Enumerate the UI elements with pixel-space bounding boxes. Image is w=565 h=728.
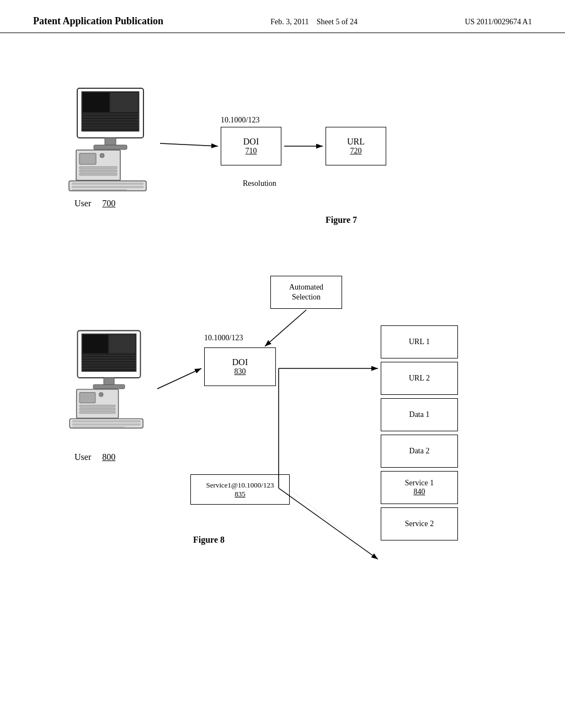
- page-header: Patent Application Publication Feb. 3, 2…: [0, 0, 565, 33]
- figure8-computer: [66, 325, 152, 432]
- patent-number: US 2011/0029674 A1: [465, 15, 532, 26]
- figure8-user-label: User 800: [74, 452, 115, 462]
- svg-rect-43: [79, 408, 115, 410]
- svg-rect-47: [72, 424, 141, 426]
- svg-rect-28: [83, 335, 108, 353]
- svg-rect-12: [94, 145, 127, 149]
- computer-icon: [66, 83, 154, 193]
- figure8-service-number: 835: [234, 490, 246, 498]
- figure7-resolution-label: Resolution: [243, 179, 276, 188]
- svg-rect-16: [79, 167, 117, 169]
- svg-rect-17: [79, 170, 117, 172]
- figure8-auto-selection-label: AutomatedSelection: [289, 282, 323, 302]
- figure7-user-label: User 700: [74, 199, 115, 208]
- figure8-label: Figure 8: [193, 535, 225, 545]
- svg-rect-14: [79, 153, 96, 164]
- svg-rect-44: [79, 411, 115, 414]
- svg-rect-18: [79, 173, 117, 175]
- figure7-section: User 700 10.1000/123 DOI 710 URL 720 Res…: [33, 50, 532, 259]
- figure7-doi-box: DOI 710: [221, 127, 281, 165]
- figure7-label: Figure 7: [326, 215, 357, 225]
- figure7-url-label: URL: [347, 137, 365, 147]
- svg-rect-42: [79, 405, 115, 407]
- figure8-url1-box: URL 1: [381, 325, 458, 358]
- figure8-automated-selection-box: AutomatedSelection: [270, 276, 342, 309]
- svg-line-24: [160, 143, 218, 146]
- figure7-doi-number-label: 710: [246, 147, 257, 155]
- computer8-icon: [66, 325, 152, 430]
- figure7-url-box: URL 720: [326, 127, 386, 165]
- svg-line-55: [290, 489, 378, 559]
- figure8-doi-number: 10.1000/123: [204, 334, 243, 342]
- svg-point-15: [100, 153, 104, 158]
- svg-point-41: [99, 393, 103, 397]
- figure8-url2-box: URL 2: [381, 362, 458, 395]
- svg-rect-20: [72, 183, 143, 185]
- svg-rect-21: [72, 186, 143, 188]
- svg-rect-3: [110, 93, 138, 112]
- svg-line-51: [265, 310, 306, 346]
- figure8-section: AutomatedSelection: [33, 270, 532, 634]
- svg-rect-46: [72, 420, 141, 422]
- svg-rect-22: [72, 189, 127, 190]
- svg-rect-40: [79, 393, 95, 403]
- figure8-doi-box: DOI 830: [204, 347, 276, 386]
- figure7-doi-number: 10.1000/123: [221, 116, 259, 125]
- figure7-computer: [66, 83, 154, 195]
- figure8-doi-label: DOI: [232, 357, 248, 367]
- svg-rect-48: [72, 426, 125, 427]
- figure8-data2-box: Data 2: [381, 435, 458, 468]
- svg-rect-4: [83, 113, 138, 130]
- figure8-service-label: Service1@10.1000/123: [206, 481, 274, 490]
- svg-rect-2: [83, 93, 109, 112]
- svg-rect-29: [109, 335, 136, 353]
- svg-line-54: [279, 488, 378, 559]
- figure8-service-box: Service1@10.1000/123 835: [190, 474, 290, 505]
- figure8-service1-box: Service 1 840: [381, 471, 458, 504]
- svg-line-50: [157, 368, 201, 389]
- publication-title: Patent Application Publication: [33, 15, 163, 27]
- figure7-doi-label: DOI: [243, 137, 259, 147]
- svg-rect-30: [83, 354, 135, 370]
- figure8-data1-box: Data 1: [381, 398, 458, 431]
- figure8-right-column: URL 1 URL 2 Data 1 Data 2 Service 1 840 …: [381, 325, 458, 544]
- svg-rect-38: [93, 384, 125, 389]
- figure7-url-number-label: 720: [350, 147, 362, 155]
- figure8-doi-number-label: 830: [234, 367, 246, 376]
- figure8-service2-box: Service 2: [381, 507, 458, 540]
- publication-date: Feb. 3, 2011 Sheet 5 of 24: [270, 15, 358, 26]
- main-content: User 700 10.1000/123 DOI 710 URL 720 Res…: [0, 33, 565, 651]
